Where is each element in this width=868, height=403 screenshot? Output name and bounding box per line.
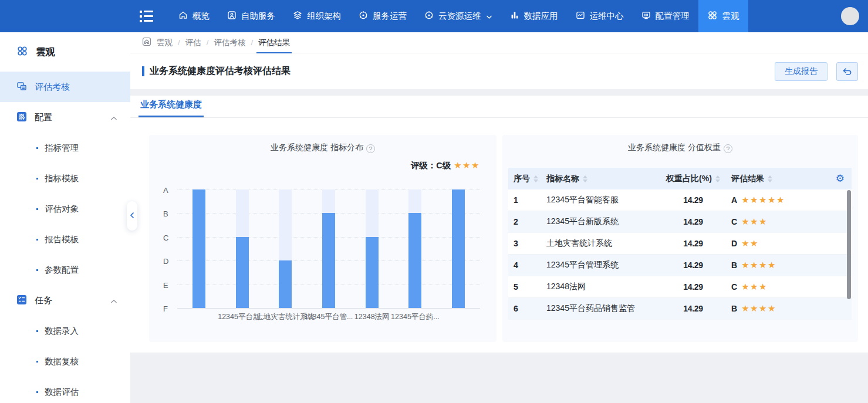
sidebar-subitem-label: 评估对象 <box>45 204 79 215</box>
star-rating: ★★★★ <box>741 303 776 313</box>
y-axis-tick: F <box>163 304 168 313</box>
nav-item-self-service[interactable]: 自助服务 <box>218 0 284 32</box>
sidebar: 雲观 评估考核 配置 指标管理 指标模板 评估对象 报告模板 参数配置 任务 数… <box>0 32 130 403</box>
assessment-icon <box>16 81 27 93</box>
help-icon[interactable]: ? <box>724 144 732 153</box>
sort-icon[interactable] <box>583 175 587 182</box>
nav-item-service-operation[interactable]: 服务运营 <box>350 0 416 32</box>
home-icon <box>178 11 188 22</box>
four-circles-icon <box>707 10 718 22</box>
nav-item-data-application[interactable]: 数据应用 <box>501 0 567 32</box>
sort-icon[interactable] <box>715 175 720 182</box>
x-axis-label: 12348法网 <box>354 312 390 322</box>
sidebar-subitem-parameter-config[interactable]: 参数配置 <box>0 255 130 285</box>
sidebar-collapse-handle[interactable] <box>127 201 137 231</box>
nav-label: 数据应用 <box>524 11 558 22</box>
sidebar-subitem-data-entry[interactable]: 数据录入 <box>0 316 130 346</box>
table-row[interactable]: 5 12348法网 14.29 C★★★ <box>508 276 852 298</box>
task-icon <box>16 294 27 307</box>
breadcrumb-separator: / <box>178 38 180 47</box>
sidebar-subitem-report-template[interactable]: 报告模板 <box>0 224 130 255</box>
nav-item-overview[interactable]: 概览 <box>170 0 218 32</box>
sidebar-subitem-data-review[interactable]: 数据复核 <box>0 346 130 377</box>
breadcrumb-item[interactable]: 评估 <box>185 38 201 48</box>
page-header: 业务系统健康度评估考核评估结果 生成报告 <box>130 53 868 89</box>
breadcrumb-separator: / <box>251 38 254 47</box>
nav-item-org-structure[interactable]: 组织架构 <box>284 0 350 32</box>
score-weight-panel: 业务系统健康度 分值权重? 序号 指标名称 权重占比(%) 评估结果 ⚙ 1 <box>502 135 858 342</box>
nav-item-yunguan[interactable]: 雲观 <box>698 0 748 32</box>
score-weight-table: 序号 指标名称 权重占比(%) 评估结果 ⚙ 1 12345平台智能客服 14.… <box>508 168 852 320</box>
grade-letter: A <box>731 195 737 205</box>
nav-label: 雲观 <box>722 11 739 22</box>
help-icon[interactable]: ? <box>366 144 375 153</box>
settings-gear-icon[interactable]: ⚙ <box>836 174 845 184</box>
bullet-dot <box>36 269 38 271</box>
nav-menu: 概览 自助服务 组织架构 服务运营 云资源运维 数据应用 运维中心 <box>170 0 748 32</box>
generate-report-button[interactable]: 生成报告 <box>775 62 828 81</box>
tab-business-system-health[interactable]: 业务系统健康度 <box>139 99 204 117</box>
sort-icon[interactable] <box>533 175 538 182</box>
cell-result: D★★ <box>731 238 852 249</box>
nav-item-cloud-resource-ops[interactable]: 云资源运维 <box>416 0 501 32</box>
chart-bar <box>236 189 249 308</box>
y-axis-tick: E <box>163 281 168 290</box>
nav-item-config-management[interactable]: 配置管理 <box>633 0 698 32</box>
chart-title: 业务系统健康度 指标分布? <box>149 135 497 153</box>
content-card: 业务系统健康度 业务系统健康度 指标分布? 评级：C级★★★ ABCDEF 12… <box>130 96 868 353</box>
table-row[interactable]: 3 土地灾害统计系统 14.29 D★★ <box>508 233 852 255</box>
bullet-dot <box>36 361 38 363</box>
y-axis-tick: B <box>163 209 168 218</box>
sidebar-subitem-indicator-template[interactable]: 指标模板 <box>0 163 130 194</box>
chart-bar <box>452 189 465 308</box>
back-button[interactable] <box>836 62 858 81</box>
bullet-dot <box>36 239 38 241</box>
column-header-result: 评估结果 <box>731 174 764 184</box>
x-axis-labels: 12345平台新...土地灾害统计系统12345平台管...12348法网123… <box>177 312 480 323</box>
sidebar-item-assessment[interactable]: 评估考核 <box>0 72 130 102</box>
sort-icon[interactable] <box>768 175 772 182</box>
sidebar-subitem-label: 数据复核 <box>45 356 79 367</box>
rating-value: C级 <box>436 161 451 170</box>
table-scrollbar[interactable] <box>847 190 851 299</box>
table-row[interactable]: 1 12345平台智能客服 14.29 A★★★★★ <box>508 189 852 211</box>
cell-weight: 14.29 <box>655 260 731 270</box>
bullet-dot <box>36 330 38 332</box>
chart-bar <box>192 189 205 308</box>
chevron-up-icon[interactable] <box>110 113 117 123</box>
nav-label: 组织架构 <box>307 11 341 22</box>
breadcrumb-home-icon[interactable] <box>142 37 151 48</box>
gridline: F <box>177 308 480 309</box>
nav-label: 配置管理 <box>656 11 690 22</box>
sidebar-group-task[interactable]: 任务 <box>0 285 130 316</box>
breadcrumb-item-active[interactable]: 评估结果 <box>258 38 290 48</box>
sidebar-group-config[interactable]: 配置 <box>0 102 130 133</box>
breadcrumb-item[interactable]: 雲观 <box>157 38 173 48</box>
bullet-dot <box>36 147 38 149</box>
sidebar-subitem-label: 数据录入 <box>45 326 79 337</box>
sidebar-subitem-label: 指标模板 <box>45 173 79 184</box>
table-row[interactable]: 2 12345平台新版系统 14.29 C★★★ <box>508 211 852 233</box>
breadcrumb-item[interactable]: 评估考核 <box>214 38 246 48</box>
nav-item-ops-center[interactable]: 运维中心 <box>567 0 633 32</box>
rating-stars: ★★★ <box>454 160 480 170</box>
cell-name: 12345平台智能客服 <box>546 195 655 205</box>
menu-toggle-icon[interactable] <box>140 11 153 22</box>
sidebar-group-label: 配置 <box>35 112 52 123</box>
cell-seq: 1 <box>508 195 546 205</box>
grade-letter: D <box>731 239 737 248</box>
grade-letter: C <box>731 217 737 226</box>
table-title: 业务系统健康度 分值权重? <box>502 135 858 153</box>
table-row[interactable]: 6 12345平台药品销售监管 14.29 B★★★★ <box>508 298 852 320</box>
sidebar-subitem-data-assessment[interactable]: 数据评估 <box>0 377 130 403</box>
layers-icon <box>293 11 302 22</box>
sidebar-subitem-label: 报告模板 <box>45 234 79 245</box>
star-rating: ★★★★ <box>741 260 776 270</box>
service-orbit-icon <box>359 11 368 22</box>
sidebar-subitem-indicator-management[interactable]: 指标管理 <box>0 133 130 163</box>
table-body: 1 12345平台智能客服 14.29 A★★★★★ 2 12345平台新版系统… <box>508 189 852 320</box>
sidebar-subitem-assessment-object[interactable]: 评估对象 <box>0 194 130 224</box>
table-row[interactable]: 4 12345平台管理系统 14.29 B★★★★ <box>508 255 852 276</box>
chevron-up-icon[interactable] <box>110 296 117 306</box>
user-avatar[interactable] <box>841 7 859 25</box>
